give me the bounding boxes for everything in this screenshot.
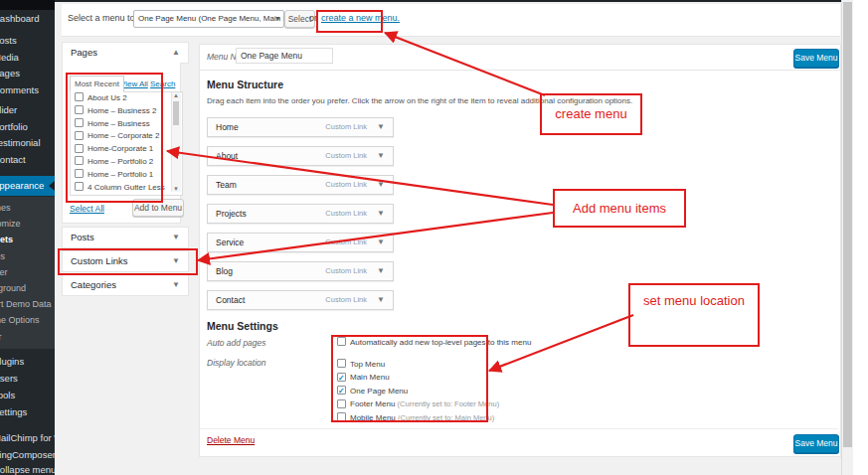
- appearance-submenu-item[interactable]: Import Demo Data: [0, 296, 55, 312]
- expand-icon: ▼: [172, 275, 180, 295]
- sidebar-item[interactable]: KingComposer: [0, 446, 55, 463]
- annotation-box-create-link: [316, 10, 383, 33]
- appearance-submenu-item[interactable]: Header: [0, 264, 55, 280]
- menu-item-expand-icon[interactable]: ▼: [377, 234, 385, 251]
- menu-item-bar[interactable]: Projects Custom Link ▼: [207, 204, 394, 224]
- sidebar-item[interactable]: MailChimp for WP: [0, 429, 55, 446]
- appearance-submenu-item[interactable]: Editor: [0, 329, 55, 345]
- menu-select-dropdown[interactable]: One Page Menu (One Page Menu, Main Menu)…: [133, 10, 284, 28]
- posts-panel-header[interactable]: Posts ▼: [62, 227, 189, 248]
- menu-item-expand-icon[interactable]: ▼: [377, 118, 385, 136]
- scrollbar-thumb[interactable]: [173, 101, 179, 125]
- annotation-box-custom-links: [58, 248, 198, 275]
- appearance-submenu: ThemesCustomizeWidgetsMenusHeaderBackgro…: [0, 197, 55, 349]
- menu-item-type: Custom Link: [325, 205, 367, 223]
- menu-item-bar[interactable]: Contact Custom Link ▼: [207, 290, 394, 310]
- scroll-down-icon[interactable]: ▼: [173, 186, 179, 192]
- sidebar-item[interactable]: Pages: [0, 66, 55, 82]
- menu-item-bar[interactable]: Home Custom Link ▼: [207, 117, 394, 137]
- appearance-submenu-item[interactable]: Customize: [0, 216, 55, 232]
- menu-item-type: Custom Link: [325, 262, 367, 280]
- sidebar-item[interactable]: Slider: [0, 102, 55, 119]
- sidebar-group-content: PostsMediaPagesComments: [0, 33, 55, 98]
- appearance-submenu-item[interactable]: Theme Options: [0, 312, 55, 328]
- menu-item-expand-icon[interactable]: ▼: [377, 205, 385, 223]
- select-all-link[interactable]: Select All: [70, 204, 104, 214]
- sidebar-group-dashboard: Dashboard: [0, 11, 55, 28]
- sidebar-item[interactable]: Users: [0, 370, 55, 387]
- appearance-submenu-item[interactable]: Menus: [0, 248, 55, 264]
- sidebar-item[interactable]: Contact: [0, 152, 55, 169]
- appearance-submenu-item[interactable]: Widgets: [0, 232, 55, 247]
- categories-panel-header[interactable]: Categories ▼: [62, 274, 189, 296]
- menu-item-expand-icon[interactable]: ▼: [377, 176, 385, 194]
- menu-item-expand-icon[interactable]: ▼: [377, 291, 385, 309]
- page-scrollbar-thumb[interactable]: [843, 2, 852, 447]
- sidebar-item[interactable]: Portfolio: [0, 119, 55, 136]
- footer-divider: [200, 428, 838, 429]
- annotation-box-menu-locations: [331, 335, 488, 422]
- menu-item-type: Custom Link: [325, 147, 367, 165]
- annotation-box-pages-list: [66, 73, 163, 203]
- menu-item-expand-icon[interactable]: ▼: [377, 262, 385, 280]
- display-location-label: Display location: [207, 358, 266, 368]
- expand-icon: ▼: [172, 228, 180, 247]
- menu-structure-list: Home Custom Link ▼ About Custom Link ▼ T…: [207, 117, 394, 319]
- sidebar-item[interactable]: Comments: [0, 82, 55, 99]
- sidebar-item[interactable]: Posts: [0, 33, 55, 50]
- current-menu-arrow-icon: [49, 181, 55, 191]
- appearance-submenu-item[interactable]: Background: [0, 280, 55, 296]
- annotation-set-menu-location: set menu location: [628, 283, 760, 347]
- sidebar-group-theme-content: SliderPortfolioTestimonialContact: [0, 102, 55, 168]
- save-menu-button-top[interactable]: Save Menu: [793, 49, 839, 68]
- menu-item-bar[interactable]: Blog Custom Link ▼: [207, 261, 394, 281]
- menu-item-type: Custom Link: [325, 291, 367, 309]
- admin-bar: [55, 0, 852, 2]
- appearance-submenu-item[interactable]: Themes: [0, 200, 55, 216]
- menu-item-bar[interactable]: Team Custom Link ▼: [207, 175, 394, 195]
- sidebar-item[interactable]: Media: [0, 50, 55, 67]
- pages-panel-header[interactable]: Pages ▲: [62, 42, 189, 64]
- scroll-up-icon[interactable]: ▲: [173, 92, 179, 98]
- sidebar-item-appearance[interactable]: Appearance: [0, 176, 55, 196]
- sidebar-collapse: Collapse menu: [0, 462, 55, 475]
- menu-settings-title: Menu Settings: [207, 320, 278, 332]
- auto-add-pages-label: Auto add pages: [207, 338, 266, 348]
- sidebar-group-plugins: MailChimp for WPKingComposer: [0, 429, 55, 463]
- wordpress-menus-page: Dashboard PostsMediaPagesComments Slider…: [0, 0, 868, 475]
- menu-item-bar[interactable]: About Custom Link ▼: [207, 146, 394, 166]
- collapse-icon: ▲: [172, 43, 180, 63]
- delete-menu-link[interactable]: Delete Menu: [207, 435, 255, 445]
- menu-item-type: Custom Link: [325, 234, 367, 251]
- collapse-menu-button[interactable]: Collapse menu: [0, 462, 55, 475]
- menu-item-expand-icon[interactable]: ▼: [377, 147, 385, 165]
- sidebar-item[interactable]: Testimonial: [0, 135, 55, 152]
- sidebar-group-admin: PluginsUsersToolsSettings: [0, 353, 55, 420]
- annotation-add-menu-items: Add menu items: [553, 189, 686, 228]
- chevron-down-icon: ▼: [274, 11, 281, 27]
- admin-sidebar: Dashboard PostsMediaPagesComments Slider…: [0, 0, 55, 475]
- sidebar-item[interactable]: Tools: [0, 387, 55, 403]
- sidebar-item[interactable]: Settings: [0, 403, 55, 420]
- pages-list-scrollbar[interactable]: ▲ ▼: [171, 92, 181, 192]
- menu-name-input[interactable]: [236, 48, 333, 64]
- sidebar-item[interactable]: Dashboard: [0, 11, 55, 28]
- sidebar-item[interactable]: Plugins: [0, 353, 55, 370]
- menu-item-type: Custom Link: [325, 176, 367, 194]
- page-scrollbar[interactable]: [841, 0, 853, 475]
- menu-item-type: Custom Link: [325, 118, 367, 136]
- save-menu-button-bottom[interactable]: Save Menu: [793, 434, 839, 453]
- annotation-create-menu: create menu: [540, 93, 642, 135]
- menu-item-bar[interactable]: Service Custom Link ▼: [207, 233, 394, 252]
- admin-bar-corner: [0, 0, 55, 10]
- menu-structure-title: Menu Structure: [207, 79, 283, 90]
